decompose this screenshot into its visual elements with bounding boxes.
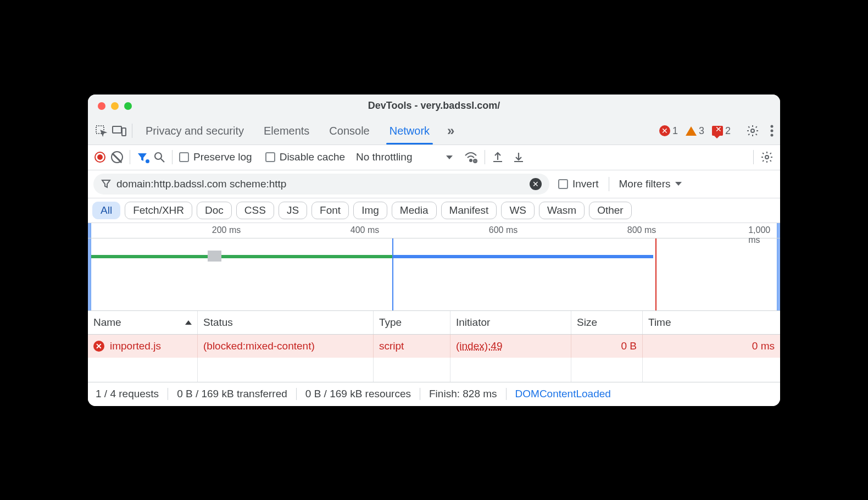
request-size: 0 B	[571, 335, 643, 358]
export-har-icon[interactable]	[492, 151, 504, 163]
request-status: (blocked:mixed-content)	[198, 335, 374, 358]
disable-cache-checkbox[interactable]: Disable cache	[265, 151, 345, 163]
chip-wasm[interactable]: Wasm	[539, 202, 585, 219]
svg-point-3	[751, 129, 754, 132]
initiator-link[interactable]: (index):49	[456, 340, 503, 352]
filter-bar: domain:http.badssl.com scheme:http ✕ Inv…	[88, 170, 780, 198]
traffic-lights	[88, 102, 132, 110]
requests-table: Name Status Type Initiator Size Time ✕ i…	[88, 311, 780, 382]
close-icon[interactable]	[98, 102, 105, 110]
network-settings-icon[interactable]	[760, 151, 774, 164]
clear-filter-icon[interactable]: ✕	[530, 178, 542, 190]
svg-rect-2	[122, 128, 126, 136]
inspect-icon[interactable]	[94, 124, 108, 137]
divider	[130, 150, 130, 164]
col-type[interactable]: Type	[374, 311, 450, 334]
svg-line-8	[161, 159, 164, 162]
chip-img[interactable]: Img	[353, 202, 387, 219]
table-header: Name Status Type Initiator Size Time	[88, 311, 780, 335]
domcontentloaded-line	[392, 238, 393, 310]
chevron-down-icon	[446, 155, 453, 159]
checkbox-icon	[179, 152, 189, 162]
invert-checkbox[interactable]: Invert	[558, 178, 599, 190]
empty-row	[88, 358, 780, 382]
tab-console[interactable]: Console	[329, 118, 369, 145]
timeline-tick: 600 ms	[489, 225, 518, 235]
search-icon[interactable]	[153, 151, 165, 163]
table-row[interactable]: ✕ imported.js (blocked:mixed-content) sc…	[88, 335, 780, 358]
error-icon: ✕	[93, 341, 104, 352]
issues-badge[interactable]: ✕ 2	[712, 125, 731, 137]
timeline-tick: 400 ms	[350, 225, 379, 235]
clear-button[interactable]	[111, 151, 123, 163]
load-line	[655, 238, 656, 310]
filter-input[interactable]: domain:http.badssl.com scheme:http ✕	[93, 174, 549, 195]
svg-rect-1	[113, 126, 121, 133]
chip-manifest[interactable]: Manifest	[441, 202, 497, 219]
timeline-ruler: 200 ms 400 ms 600 ms 800 ms 1,000 ms	[88, 223, 780, 238]
more-tabs-icon[interactable]: »	[447, 123, 454, 138]
preserve-log-checkbox[interactable]: Preserve log	[179, 151, 252, 163]
tab-privacy[interactable]: Privacy and security	[146, 118, 244, 145]
chip-js[interactable]: JS	[279, 202, 307, 219]
col-initiator[interactable]: Initiator	[450, 311, 571, 334]
chip-doc[interactable]: Doc	[197, 202, 232, 219]
more-menu-icon[interactable]	[770, 125, 774, 137]
throttling-select[interactable]: No throttling	[356, 151, 453, 163]
timeline-overview[interactable]: 200 ms 400 ms 600 ms 800 ms 1,000 ms	[88, 223, 780, 311]
col-name[interactable]: Name	[88, 311, 198, 334]
status-finish: Finish: 828 ms	[420, 388, 507, 400]
network-conditions-icon[interactable]	[464, 151, 478, 163]
chip-other[interactable]: Other	[589, 202, 632, 219]
issue-icon: ✕	[712, 126, 723, 136]
chip-fetch[interactable]: Fetch/XHR	[125, 202, 192, 219]
divider	[132, 124, 132, 138]
timeline-tick: 800 ms	[627, 225, 656, 235]
divider	[485, 150, 485, 164]
col-time[interactable]: Time	[643, 311, 780, 334]
tab-elements[interactable]: Elements	[264, 118, 309, 145]
checkbox-icon	[558, 179, 568, 189]
svg-point-6	[771, 134, 774, 137]
devtools-window: DevTools - very.badssl.com/ Privacy and …	[88, 95, 780, 406]
record-button[interactable]	[94, 152, 105, 163]
chip-media[interactable]: Media	[392, 202, 437, 219]
titlebar: DevTools - very.badssl.com/	[88, 95, 780, 118]
funnel-icon	[101, 179, 111, 189]
maximize-icon[interactable]	[124, 102, 132, 110]
svg-point-4	[771, 125, 774, 128]
svg-point-5	[771, 130, 774, 132]
filter-text: domain:http.badssl.com scheme:http	[116, 178, 524, 190]
status-bar: 1 / 4 requests 0 B / 169 kB transferred …	[88, 382, 780, 406]
request-name: imported.js	[110, 340, 161, 352]
filter-toggle-icon[interactable]	[137, 152, 148, 163]
device-toggle-icon[interactable]	[112, 125, 126, 137]
status-domcontentloaded[interactable]: DOMContentLoaded	[507, 388, 620, 400]
status-resources: 0 B / 169 kB resources	[297, 388, 420, 400]
more-filters-button[interactable]: More filters	[619, 178, 682, 190]
chip-css[interactable]: CSS	[236, 202, 274, 219]
warning-icon	[686, 126, 697, 136]
warning-badge[interactable]: 3	[686, 125, 704, 137]
status-requests: 1 / 4 requests	[96, 388, 168, 400]
waterfall-bars	[91, 249, 777, 266]
divider	[172, 150, 173, 164]
error-icon: ✕	[659, 125, 670, 136]
checkbox-icon	[265, 152, 275, 162]
minimize-icon[interactable]	[111, 102, 119, 110]
main-tabstrip: Privacy and security Elements Console Ne…	[88, 118, 780, 145]
tab-network[interactable]: Network	[390, 118, 430, 145]
chip-ws[interactable]: WS	[501, 202, 535, 219]
request-type: script	[374, 335, 450, 358]
svg-point-11	[765, 155, 769, 159]
timeline-tick: 1,000 ms	[748, 225, 770, 245]
chip-font[interactable]: Font	[311, 202, 349, 219]
col-size[interactable]: Size	[571, 311, 643, 334]
svg-point-9	[470, 159, 472, 162]
error-badge[interactable]: ✕ 1	[659, 125, 678, 137]
import-har-icon[interactable]	[513, 151, 525, 163]
col-status[interactable]: Status	[198, 311, 374, 334]
divider	[753, 150, 754, 164]
chip-all[interactable]: All	[92, 202, 120, 219]
settings-gear-icon[interactable]	[746, 124, 759, 137]
